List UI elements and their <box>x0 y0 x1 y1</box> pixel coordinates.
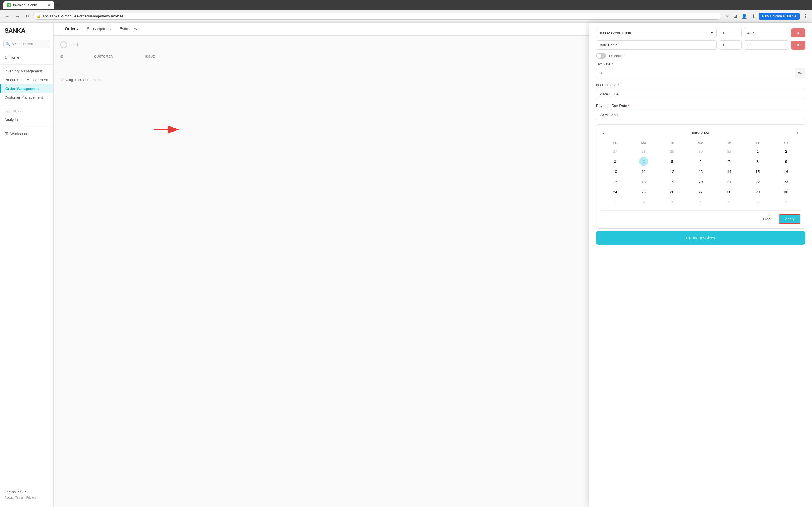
about-link[interactable]: About <box>4 496 13 499</box>
payment-due-input[interactable] <box>596 110 805 120</box>
cal-day-dec-6[interactable]: 6 <box>753 198 762 207</box>
cal-day-4[interactable]: 4 <box>639 157 648 166</box>
cal-day-6[interactable]: 6 <box>696 157 705 166</box>
search-input[interactable] <box>3 40 50 48</box>
download-icon[interactable]: ⬇ <box>751 12 756 20</box>
sidebar-item-home[interactable]: ⌂ Home <box>0 52 53 62</box>
cal-day-10[interactable]: 10 <box>611 167 620 176</box>
sidebar-item-inventory[interactable]: Inventory Management <box>0 67 53 75</box>
more-options-icon[interactable]: ⋯ <box>69 42 74 48</box>
cal-day-5[interactable]: 5 <box>668 157 677 166</box>
cal-day-24[interactable]: 24 <box>611 187 620 196</box>
cal-day-dec-4[interactable]: 4 <box>696 198 705 207</box>
cal-day-23[interactable]: 23 <box>781 177 791 186</box>
cal-day-19[interactable]: 19 <box>668 177 677 186</box>
workspace-icon: ⊞ <box>4 131 8 136</box>
cal-day-25[interactable]: 25 <box>639 187 648 196</box>
filter-circle[interactable] <box>60 41 67 48</box>
cal-day-dec-7[interactable]: 7 <box>781 198 791 207</box>
cal-day-27[interactable]: 27 <box>696 187 705 196</box>
product-qty-2[interactable] <box>719 40 742 50</box>
reload-button[interactable]: ↻ <box>24 12 31 20</box>
cal-day-22[interactable]: 22 <box>753 177 762 186</box>
cal-day-1[interactable]: 1 <box>753 147 762 156</box>
cal-day-20[interactable]: 20 <box>696 177 705 186</box>
cal-day-15[interactable]: 15 <box>753 167 762 176</box>
cal-day-oct-31[interactable]: 31 <box>725 147 733 156</box>
toggle-knob <box>597 54 601 58</box>
cal-day-17[interactable]: 17 <box>611 177 620 186</box>
back-button[interactable]: ← <box>3 13 11 20</box>
sidebar-item-procurement[interactable]: Procurement Management <box>0 75 53 84</box>
cal-day-30[interactable]: 30 <box>781 187 791 196</box>
discount-toggle[interactable] <box>596 53 606 59</box>
new-tab-button[interactable]: + <box>56 2 59 8</box>
cal-day-3[interactable]: 3 <box>611 157 620 166</box>
cal-day-14[interactable]: 14 <box>725 167 733 176</box>
cal-day-2[interactable]: 2 <box>781 147 791 156</box>
tax-rate-input[interactable] <box>596 68 795 78</box>
calendar-next-button[interactable]: › <box>795 129 801 136</box>
issuing-date-field: Issuing Date * <box>596 83 805 99</box>
cal-day-29[interactable]: 29 <box>753 187 762 196</box>
bookmark-icon[interactable]: ☆ <box>724 12 730 20</box>
cal-day-13[interactable]: 13 <box>696 167 705 176</box>
cal-day-7[interactable]: 7 <box>725 157 733 166</box>
cal-day-oct-28[interactable]: 28 <box>639 147 648 156</box>
menu-icon[interactable]: ⋮ <box>802 12 809 20</box>
cal-day-8[interactable]: 8 <box>753 157 762 166</box>
cal-day-18[interactable]: 18 <box>639 177 648 186</box>
add-button[interactable]: + <box>76 42 79 48</box>
language-selector[interactable]: English (en) ∧ <box>4 490 49 494</box>
tab-close-button[interactable]: ✕ <box>47 3 51 7</box>
chrome-update-button[interactable]: New Chrome available <box>759 13 800 20</box>
sidebar-item-workspace[interactable]: ⊞ Workspace <box>0 129 53 138</box>
calendar-prev-button[interactable]: ‹ <box>601 129 607 136</box>
product-price-2[interactable] <box>744 40 789 50</box>
apply-button[interactable]: Apply <box>779 214 801 224</box>
create-invoice-button[interactable]: Create Invoices <box>596 231 805 245</box>
profile-icon[interactable]: 👤 <box>741 12 748 20</box>
home-icon: ⌂ <box>4 55 7 60</box>
product-select-2[interactable]: Blue Pants <box>596 40 717 50</box>
remove-product-2-button[interactable]: X <box>791 41 805 50</box>
remove-product-1-button[interactable]: X <box>791 29 805 38</box>
cal-day-dec-1[interactable]: 1 <box>611 198 620 207</box>
tax-rate-field: Tax Rate * % <box>596 62 805 78</box>
cal-day-dec-3[interactable]: 3 <box>668 198 677 207</box>
sidebar-item-label: Workspace <box>10 131 29 136</box>
toolbar-right: ☆ ⊡ 👤 ⬇ New Chrome available ⋮ <box>724 12 809 20</box>
issuing-date-input[interactable] <box>596 89 805 99</box>
sidebar-item-customer[interactable]: Customer Management <box>0 93 53 102</box>
cal-day-oct-27[interactable]: 27 <box>611 147 620 156</box>
cal-day-26[interactable]: 26 <box>668 187 677 196</box>
sidebar-item-operations[interactable]: Operations <box>0 107 53 115</box>
sidebar: SANKA 🔍 ⌂ Home Inventory Management Proc… <box>0 22 54 507</box>
clear-button[interactable]: Clear <box>758 215 776 223</box>
product-qty-1[interactable] <box>719 28 742 38</box>
sidebar-item-order[interactable]: Order Management <box>0 84 53 93</box>
cal-day-oct-30[interactable]: 30 <box>696 147 705 156</box>
cal-day-oct-29[interactable]: 29 <box>668 147 677 156</box>
product-price-1[interactable] <box>744 28 789 38</box>
product-select-1[interactable]: #0002 Great T-shirt ▾ <box>596 28 717 38</box>
tab-subscriptions[interactable]: Subscriptions <box>82 22 115 36</box>
cal-day-21[interactable]: 21 <box>725 177 733 186</box>
cal-day-9[interactable]: 9 <box>781 157 791 166</box>
cal-day-16[interactable]: 16 <box>781 167 791 176</box>
sidebar-item-analytics[interactable]: Analytics <box>0 115 53 124</box>
forward-button[interactable]: → <box>13 13 21 20</box>
address-bar[interactable]: 🔒 app.sanka.io/modules/ordermanagement/i… <box>33 13 721 20</box>
cal-day-28[interactable]: 28 <box>725 187 733 196</box>
tab-estimates[interactable]: Estimates <box>115 22 141 36</box>
extensions-icon[interactable]: ⊡ <box>732 12 738 20</box>
privacy-link[interactable]: Privacy <box>26 496 36 499</box>
tab-orders[interactable]: Orders <box>60 22 82 36</box>
product-name-2: Blue Pants <box>600 43 617 47</box>
cal-day-dec-5[interactable]: 5 <box>725 198 733 207</box>
terms-link[interactable]: Terms <box>15 496 24 499</box>
cal-day-11[interactable]: 11 <box>639 167 648 176</box>
cal-day-dec-2[interactable]: 2 <box>639 198 648 207</box>
cal-day-12[interactable]: 12 <box>668 167 677 176</box>
browser-tab[interactable]: S Invoices | Sanka ✕ <box>3 1 54 9</box>
